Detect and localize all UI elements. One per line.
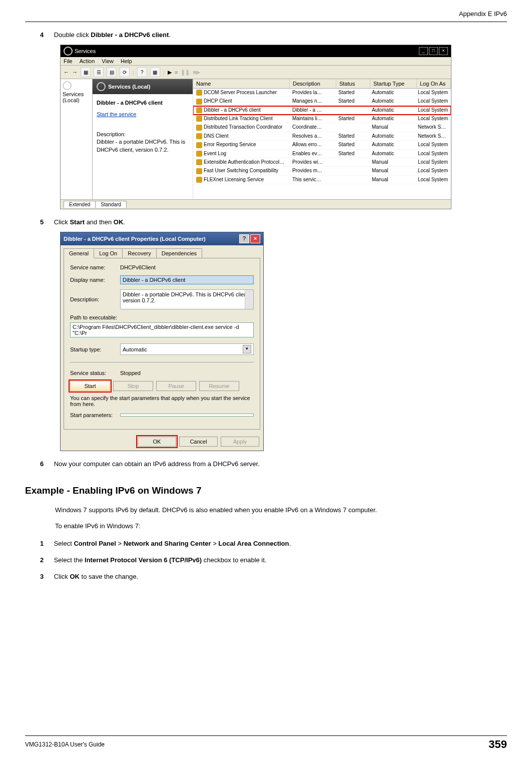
services-titlebar[interactable]: Services _ □ × (61, 45, 451, 57)
step-4-post: . (169, 31, 171, 39)
table-row[interactable]: Extensible Authentication Protocol…Provi… (193, 158, 451, 167)
tab-recovery[interactable]: Recovery (122, 248, 156, 258)
table-row[interactable]: DCOM Server Process LauncherProvides la…… (193, 89, 451, 97)
toolbar-btn[interactable]: ▦ (81, 67, 91, 77)
services-icon (64, 47, 73, 56)
tab-general[interactable]: General (64, 248, 94, 258)
footer-guide: VMG1312-B10A User's Guide (25, 741, 105, 748)
help-button[interactable]: ? (239, 234, 249, 243)
tab-dependencies[interactable]: Dependencies (156, 248, 202, 258)
nav-back-icon[interactable]: ← (64, 69, 69, 75)
step-5-mid: and then (85, 218, 114, 226)
tab-extended[interactable]: Extended (64, 201, 96, 208)
restart-icon[interactable]: ■▶ (193, 69, 200, 76)
start-button[interactable]: Start (70, 381, 110, 391)
gear-icon (63, 81, 72, 90)
startup-label: Startup type: (70, 346, 120, 352)
t: checkbox to enable it. (202, 556, 266, 564)
step-4: 4 Double click Dibbler - a DHCPv6 client… (40, 31, 507, 39)
services-window: Services _ □ × File Action View Help ← →… (60, 45, 451, 209)
table-row[interactable]: DHCP ClientManages n…StartedAutomaticLoc… (193, 97, 451, 106)
detail-header: Services (Local) (93, 79, 193, 94)
t: Control Panel (74, 540, 116, 547)
nav-fwd-icon[interactable]: → (72, 69, 78, 75)
startup-select[interactable]: Automatic▾ (120, 343, 254, 355)
step-6: 6 Now your computer can obtain an IPv6 a… (40, 460, 507, 468)
col-name[interactable]: Name (193, 79, 290, 88)
play-icon[interactable]: ▶ (168, 69, 172, 76)
t: Local Area Connection (218, 540, 289, 547)
start-service-link[interactable]: Start the service (97, 111, 136, 118)
menu-action[interactable]: Action (80, 58, 95, 64)
close-button[interactable]: × (250, 234, 260, 243)
table-row[interactable]: Distributed Transaction CoordinatorCoord… (193, 123, 451, 132)
step2-1-num: 1 (40, 540, 52, 547)
properties-title: Dibbler - a DHCPv6 client Properties (Lo… (64, 236, 206, 242)
step-5-num: 5 (40, 218, 52, 226)
tree-item[interactable]: Services (Local) (63, 91, 84, 103)
table-row[interactable]: FLEXnet Licensing ServiceThis servic…Man… (193, 176, 451, 184)
path-input[interactable]: C:\Program Files\DHCPv6Client_dibbler\di… (70, 322, 254, 337)
step2-3-num: 3 (40, 573, 52, 580)
t: > (211, 540, 219, 547)
step2-2: 2 Select the Internet Protocol Version 6… (40, 556, 507, 564)
toolbar-btn[interactable]: ☰ (94, 67, 104, 77)
col-startup[interactable]: Startup Type (370, 79, 417, 88)
stop-icon[interactable]: ■ (175, 69, 178, 75)
scrollbar[interactable] (245, 290, 253, 309)
table-row[interactable]: Dibbler - a DHCPv6 clientDibbler - a …Au… (193, 106, 451, 115)
step-5-b1: Start (70, 218, 85, 226)
properties-titlebar[interactable]: Dibbler - a DHCPv6 client Properties (Lo… (61, 232, 263, 245)
toolbar-btn[interactable]: ▦ (150, 67, 160, 77)
toolbar-btn[interactable]: ? (137, 67, 147, 77)
tab-standard[interactable]: Standard (95, 201, 127, 208)
description-input[interactable]: Dibbler - a portable DHCPv6. This is DHC… (120, 289, 254, 309)
chevron-down-icon[interactable]: ▾ (243, 345, 251, 353)
startup-value: Automatic (123, 346, 147, 352)
table-row[interactable]: Fast User Switching CompatibilityProvide… (193, 167, 451, 175)
col-logon[interactable]: Log On As (417, 79, 451, 88)
services-tree[interactable]: Services (Local) (61, 79, 93, 199)
start-params-input[interactable] (120, 414, 254, 417)
table-row[interactable]: Distributed Link Tracking ClientMaintain… (193, 115, 451, 123)
service-name-value: DHCPv6Client (120, 264, 254, 270)
col-desc[interactable]: Description (290, 79, 336, 88)
col-status[interactable]: Status (336, 79, 370, 88)
step2-2-num: 2 (40, 556, 52, 564)
pause-button: Pause (156, 381, 196, 391)
ok-button[interactable]: OK (138, 437, 176, 447)
footer-rule (25, 735, 507, 736)
page-number: 359 (488, 738, 507, 751)
menu-help[interactable]: Help (121, 58, 132, 64)
step2-1: 1 Select Control Panel > Network and Sha… (40, 540, 507, 547)
resume-button: Resume (199, 381, 239, 391)
table-row[interactable]: Error Reporting ServiceAllows erro…Start… (193, 141, 451, 149)
minimize-button[interactable]: _ (419, 47, 428, 55)
t: Internet Protocol Version 6 (TCP/IPv6) (85, 556, 202, 564)
t: OK (70, 573, 80, 580)
toolbar-btn[interactable]: ⟳ (120, 67, 130, 77)
table-row[interactable]: Event LogEnables ev…StartedAutomaticLoca… (193, 150, 451, 158)
tab-logon[interactable]: Log On (94, 248, 123, 258)
toolbar-btn[interactable]: ▤ (107, 67, 117, 77)
display-name-input[interactable]: Dibbler - a DHCPv6 client (120, 275, 254, 284)
menu-view[interactable]: View (102, 58, 114, 64)
header-appendix: Appendix E IPv6 (25, 10, 507, 18)
services-toolbar: ← → ▦ ☰ ▤ ⟳ | ? ▦ | ▶ ■ ❚❚ ■▶ (61, 66, 451, 79)
status-value: Stopped (120, 370, 141, 376)
table-row[interactable]: DNS ClientResolves a…StartedAutomaticNet… (193, 132, 451, 141)
step-5-b2: OK (114, 218, 124, 226)
menu-file[interactable]: File (64, 58, 73, 64)
cancel-button[interactable]: Cancel (179, 437, 218, 447)
close-button[interactable]: × (439, 47, 448, 55)
detail-desc: Dibbler - a portable DHCPv6. This is DHC… (97, 138, 189, 154)
pause-icon[interactable]: ❚❚ (181, 69, 190, 76)
detail-desc-label: Description: (97, 131, 189, 138)
step-6-num: 6 (40, 460, 52, 468)
apply-button: Apply (221, 437, 259, 447)
services-view-tabs: ExtendedStandard (61, 199, 451, 209)
maximize-button[interactable]: □ (429, 47, 438, 55)
start-params-note: You can specify the start parameters tha… (70, 395, 254, 407)
services-menubar: File Action View Help (61, 57, 451, 66)
step-4-bold: Dibbler - a DHCPv6 client (91, 31, 169, 39)
